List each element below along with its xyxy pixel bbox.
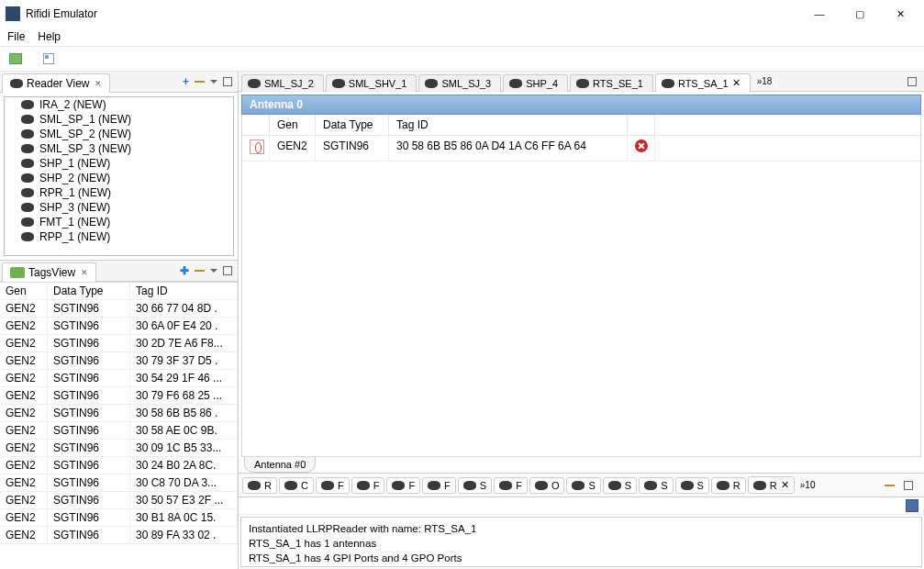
col-datatype[interactable]: Data Type: [48, 283, 130, 300]
window-minimize-button[interactable]: —: [799, 1, 840, 27]
menu-file[interactable]: File: [7, 30, 25, 43]
tags-row[interactable]: GEN2SGTIN9630 6A 0F E4 20 .: [0, 318, 238, 335]
reader-view-tab[interactable]: Reader View ✕: [2, 73, 110, 93]
port-tab[interactable]: F: [386, 477, 420, 494]
reader-list-item[interactable]: SML_SP_3 (NEW): [5, 141, 233, 156]
tags-row[interactable]: GEN2SGTIN9630 2D 7E A6 F8...: [0, 335, 238, 352]
port-tab[interactable]: F: [422, 477, 456, 494]
reader-list-item[interactable]: SHP_2 (NEW): [5, 171, 233, 185]
port-tab[interactable]: S: [675, 477, 709, 494]
remove-tag-icon[interactable]: [195, 270, 205, 272]
reader-list-item[interactable]: SHP_1 (NEW): [5, 156, 233, 171]
col-gen[interactable]: Gen: [0, 283, 48, 300]
maximize-view-icon[interactable]: [223, 266, 232, 275]
tags-row[interactable]: GEN2SGTIN9630 79 3F 37 D5 .: [0, 352, 238, 370]
reader-list-item[interactable]: SML_SP_1 (NEW): [5, 112, 233, 127]
close-icon[interactable]: ✕: [732, 77, 740, 89]
cell-gen: GEN2: [0, 405, 48, 422]
port-tab[interactable]: R: [242, 477, 277, 494]
reader-list[interactable]: IRA_2 (NEW)SML_SP_1 (NEW)SML_SP_2 (NEW)S…: [4, 96, 234, 256]
antenna-bottom-tab[interactable]: Antenna #0: [244, 457, 316, 473]
port-tab[interactable]: F: [316, 477, 350, 494]
tags-row[interactable]: GEN2SGTIN9630 54 29 1F 46 ...: [0, 370, 238, 387]
reader-list-item[interactable]: RPP_1 (NEW): [5, 229, 233, 244]
maximize-view-icon[interactable]: [223, 77, 232, 86]
add-tag-icon[interactable]: ✚: [180, 264, 189, 277]
reader-icon: [425, 79, 438, 88]
maximize-view-icon[interactable]: [904, 481, 913, 490]
maximize-editor-icon[interactable]: [907, 77, 917, 86]
editor-tab[interactable]: RTS_SA_1 ✕: [655, 73, 751, 92]
minimize-view-icon[interactable]: [885, 485, 895, 486]
menu-help[interactable]: Help: [38, 30, 61, 43]
window-maximize-button[interactable]: ▢: [840, 1, 880, 27]
antenna-header: Antenna 0: [241, 95, 921, 115]
port-tab[interactable]: S: [603, 477, 637, 494]
tags-row[interactable]: GEN2SGTIN9630 66 77 04 8D .: [0, 300, 238, 318]
tags-row[interactable]: GEN2SGTIN9630 58 AE 0C 9B.: [0, 422, 238, 440]
delete-icon[interactable]: [635, 139, 648, 152]
tags-row[interactable]: GEN2SGTIN9630 79 F6 68 25 ...: [0, 387, 238, 405]
port-tab[interactable]: F: [494, 477, 528, 494]
tags-row[interactable]: GEN2SGTIN9630 B1 8A 0C 15.: [0, 509, 238, 527]
close-icon[interactable]: ✕: [781, 479, 789, 491]
col-gen[interactable]: Gen: [270, 115, 316, 135]
reader-icon: [535, 481, 548, 490]
view-menu-icon[interactable]: [210, 80, 217, 84]
tags-row[interactable]: GEN2SGTIN9630 58 6B B5 86 .: [0, 405, 238, 422]
tags-row[interactable]: GEN2SGTIN9630 50 57 E3 2F ...: [0, 492, 238, 509]
reader-list-item[interactable]: RPR_1 (NEW): [5, 185, 233, 200]
tags-row[interactable]: GEN2SGTIN9630 C8 70 DA 3...: [0, 474, 238, 492]
tags-row[interactable]: GEN2SGTIN9630 09 1C B5 33...: [0, 440, 238, 457]
col-tagid[interactable]: Tag ID: [130, 283, 238, 300]
reader-item-label: IRA_2 (NEW): [39, 98, 106, 111]
editor-tab[interactable]: SML_SJ_3: [418, 74, 501, 92]
reader-item-label: SML_SP_1 (NEW): [39, 113, 131, 126]
col-datatype[interactable]: Data Type: [316, 115, 389, 135]
editor-tab[interactable]: RTS_SE_1: [570, 74, 653, 92]
reader-list-item[interactable]: SHP_3 (NEW): [5, 200, 233, 215]
cell-tagid: 30 C8 70 DA 3...: [130, 474, 238, 492]
reader-list-item[interactable]: IRA_2 (NEW): [5, 97, 233, 112]
ports-overflow[interactable]: »10: [796, 480, 819, 490]
port-tab-label: R: [733, 480, 740, 491]
window-close-button[interactable]: ✕: [880, 1, 920, 27]
close-icon[interactable]: ✕: [81, 268, 88, 277]
port-tab[interactable]: C: [279, 477, 314, 494]
editor-tab[interactable]: SHP_4: [503, 74, 568, 92]
port-tab[interactable]: S: [639, 477, 673, 494]
port-tab[interactable]: R: [711, 477, 746, 494]
save-icon[interactable]: [906, 499, 918, 512]
reader-list-item[interactable]: SML_SP_2 (NEW): [5, 127, 233, 141]
reader-icon: [21, 115, 34, 124]
editor-tab[interactable]: SML_SJ_2: [241, 74, 324, 92]
port-tab[interactable]: R ✕: [748, 476, 795, 494]
console-output[interactable]: Instantiated LLRPReader with name: RTS_S…: [240, 517, 922, 567]
port-tab[interactable]: F: [351, 477, 385, 494]
add-reader-icon[interactable]: +: [183, 75, 189, 88]
port-tab[interactable]: S: [458, 477, 492, 494]
toolbar-layout-button[interactable]: [39, 49, 59, 69]
remove-reader-icon[interactable]: [195, 81, 205, 83]
cell-gen: GEN2: [0, 527, 48, 544]
editor-tab[interactable]: SML_SHV_1: [326, 74, 417, 92]
toolbar-new-reader-button[interactable]: [6, 49, 26, 69]
col-tagid[interactable]: Tag ID: [389, 115, 628, 135]
antenna-row[interactable]: GEN2SGTIN9630 58 6B B5 86 0A D4 1A C6 FF…: [242, 136, 920, 162]
port-tab[interactable]: S: [566, 477, 600, 494]
editor-tab-label: RTS_SA_1: [678, 78, 729, 89]
cell-gen: GEN2: [0, 457, 48, 474]
tags-table[interactable]: Gen Data Type Tag ID GEN2SGTIN9630 66 77…: [0, 282, 238, 569]
tags-row[interactable]: GEN2SGTIN9630 89 FA 33 02 .: [0, 527, 238, 544]
close-icon[interactable]: ✕: [95, 79, 102, 88]
editor-tabs-overflow[interactable]: »18: [751, 74, 778, 88]
antenna-grid[interactable]: Gen Data Type Tag ID GEN2SGTIN9630 58 6B…: [241, 115, 921, 457]
port-tab[interactable]: O: [529, 477, 565, 494]
menu-bar: File Help: [0, 28, 924, 46]
tags-view-title: TagsView: [28, 266, 75, 279]
reader-list-item[interactable]: FMT_1 (NEW): [5, 215, 233, 229]
tags-row[interactable]: GEN2SGTIN9630 24 B0 2A 8C.: [0, 457, 238, 474]
view-menu-icon[interactable]: [210, 269, 217, 273]
cell-tagid: 30 54 29 1F 46 ...: [130, 370, 238, 387]
tags-view-tab[interactable]: TagsView ✕: [2, 262, 96, 282]
